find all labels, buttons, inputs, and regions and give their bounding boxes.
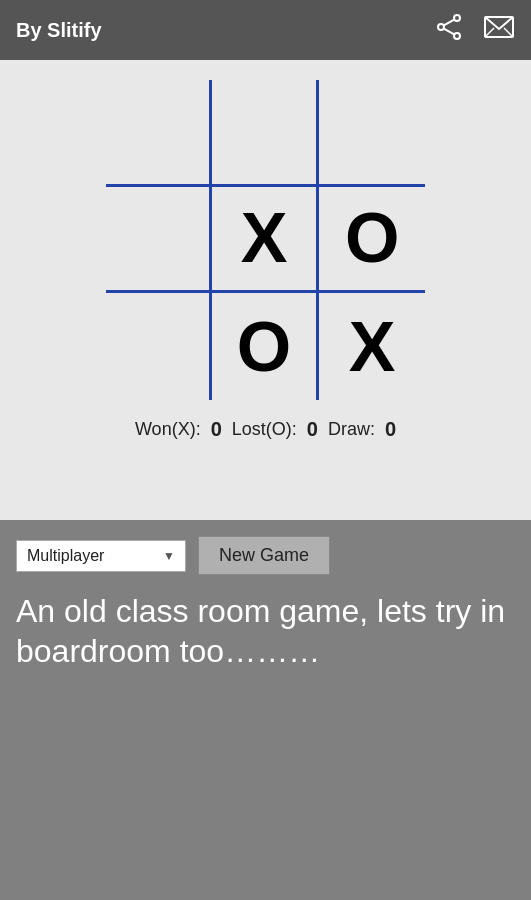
svg-line-6 [485,28,494,37]
cell-1[interactable] [212,80,319,187]
share-icon[interactable] [435,13,463,47]
svg-point-1 [454,33,460,39]
svg-line-7 [504,28,513,37]
cell-4[interactable]: X [212,187,319,294]
app-header: By Slitify [0,0,531,60]
cell-8[interactable]: X [319,293,426,400]
score-area: Won(X): 0 Lost(O): 0 Draw: 0 [135,418,396,441]
svg-point-0 [454,15,460,21]
game-area: X O O X Won(X): 0 Lost(O): 0 Draw: 0 [0,60,531,441]
draw-label: Draw: [328,419,375,440]
cell-5[interactable]: O [319,187,426,294]
mode-select[interactable]: Multiplayer ▼ [16,540,186,572]
tagline-text: An old class room game, lets try in boar… [16,591,515,671]
controls-row: Multiplayer ▼ New Game [16,536,515,575]
cell-0[interactable] [106,80,213,187]
cell-2[interactable] [319,80,426,187]
game-board: X O O X [106,80,426,400]
won-label: Won(X): [135,419,201,440]
header-icons [435,13,515,47]
mode-select-text: Multiplayer [27,547,104,565]
app-title: By Slitify [16,19,102,42]
svg-line-3 [444,20,454,26]
lost-value: 0 [307,418,318,441]
bottom-panel: Multiplayer ▼ New Game An old class room… [0,520,531,900]
svg-line-4 [444,29,454,35]
new-game-button[interactable]: New Game [198,536,330,575]
cell-6[interactable] [106,293,213,400]
cell-7[interactable]: O [212,293,319,400]
cell-3[interactable] [106,187,213,294]
dropdown-arrow-icon: ▼ [163,549,175,563]
won-value: 0 [211,418,222,441]
board-container: X O O X [106,80,426,400]
draw-value: 0 [385,418,396,441]
svg-point-2 [438,24,444,30]
lost-label: Lost(O): [232,419,297,440]
mail-icon[interactable] [483,13,515,47]
